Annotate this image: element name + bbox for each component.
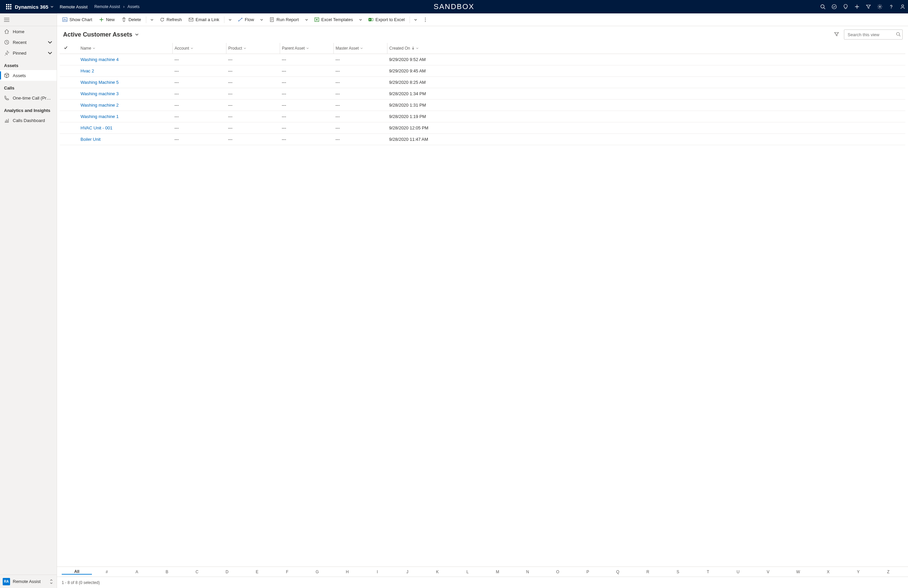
select-all-column[interactable] [60,43,72,54]
alpha-filter-h[interactable]: H [332,570,362,574]
new-button[interactable]: New [96,15,118,25]
breadcrumb-page[interactable]: Assets [127,4,140,9]
table-row[interactable]: HVAC Unit - 001------------9/28/2020 12:… [60,122,905,133]
email-dropdown[interactable] [226,15,234,25]
column-account[interactable]: Account [172,43,226,54]
show-chart-button[interactable]: Show Chart [60,15,95,25]
flow-button[interactable]: Flow [235,15,257,25]
record-link[interactable]: Washing machine 1 [80,114,119,119]
delete-button[interactable]: Delete [119,15,144,25]
person-icon[interactable] [900,4,905,10]
search-icon[interactable] [820,4,826,10]
more-commands-button[interactable] [422,15,429,25]
row-select-cell[interactable] [60,111,72,122]
alpha-filter-n[interactable]: N [512,570,543,574]
table-row[interactable]: Hvac 2------------9/29/2020 9:45 AM [60,65,905,76]
alpha-filter-m[interactable]: M [483,570,513,574]
sidebar-item-pinned[interactable]: Pinned [0,48,57,58]
record-link[interactable]: Boiler Unit [80,137,101,142]
email-link-button[interactable]: Email a Link [186,15,222,25]
sidebar-item-home[interactable]: Home [0,26,57,37]
alpha-filter-t[interactable]: T [693,570,723,574]
brand-label[interactable]: Dynamics 365 [15,4,48,10]
alpha-filter-p[interactable]: P [573,570,603,574]
excel-templates-dropdown[interactable] [357,15,364,25]
table-row[interactable]: Washing machine 4------------9/29/2020 9… [60,54,905,65]
report-dropdown[interactable] [303,15,310,25]
row-select-cell[interactable] [60,54,72,65]
alpha-filter-l[interactable]: L [452,570,483,574]
alpha-filter-q[interactable]: Q [603,570,633,574]
table-row[interactable]: Washing machine 1------------9/28/2020 1… [60,111,905,122]
table-row[interactable]: Boiler Unit------------9/28/2020 11:47 A… [60,133,905,145]
column-product[interactable]: Product [226,43,280,54]
record-link[interactable]: Washing Machine 5 [80,80,119,85]
row-select-cell[interactable] [60,88,72,99]
alpha-filter-i[interactable]: I [362,570,393,574]
export-excel-button[interactable]: Export to Excel [365,15,407,25]
gear-icon[interactable] [877,4,882,10]
row-select-cell[interactable] [60,133,72,145]
chevron-down-icon[interactable] [50,5,54,8]
sidebar-item-one-time-call[interactable]: One-time Call (Previ... [0,93,57,103]
sidebar-item-recent[interactable]: Recent [0,37,57,48]
alpha-filter-k[interactable]: K [422,570,452,574]
record-link[interactable]: Washing machine 4 [80,57,119,62]
flow-dropdown[interactable] [258,15,265,25]
record-link[interactable]: HVAC Unit - 001 [80,125,113,130]
view-selector[interactable]: Active Customer Assets [63,31,139,38]
hamburger-button[interactable] [0,13,57,26]
alpha-filter-w[interactable]: W [783,570,813,574]
help-icon[interactable] [889,4,894,10]
alpha-filter-s[interactable]: S [663,570,693,574]
alpha-filter-all[interactable]: All [62,569,92,575]
sidebar-item-assets[interactable]: Assets [0,70,57,81]
row-select-cell[interactable] [60,99,72,111]
alpha-filter-j[interactable]: J [393,570,423,574]
area-switcher[interactable]: RA Remote Assist [0,575,57,588]
column-name[interactable]: Name [79,43,172,54]
alpha-filter-v[interactable]: V [753,570,783,574]
alpha-filter-d[interactable]: D [212,570,242,574]
alpha-filter-x[interactable]: X [813,570,843,574]
breadcrumb-area[interactable]: Remote Assist [94,4,120,9]
alpha-filter-u[interactable]: U [723,570,753,574]
delete-dropdown[interactable] [148,15,156,25]
alpha-filter-g[interactable]: G [302,570,332,574]
alpha-filter-b[interactable]: B [152,570,182,574]
row-select-cell[interactable] [60,65,72,76]
table-row[interactable]: Washing Machine 5------------9/29/2020 8… [60,76,905,88]
alpha-filter-a[interactable]: A [122,570,152,574]
plus-icon[interactable] [854,4,860,10]
alpha-filter-c[interactable]: C [182,570,212,574]
column-parent-asset[interactable]: Parent Asset [280,43,333,54]
refresh-button[interactable]: Refresh [157,15,185,25]
alpha-filter-f[interactable]: F [272,570,302,574]
lightbulb-icon[interactable] [843,4,848,10]
alpha-filter-o[interactable]: O [543,570,573,574]
column-master-asset[interactable]: Master Asset [333,43,387,54]
table-row[interactable]: Washing machine 2------------9/28/2020 1… [60,99,905,111]
alpha-filter-#[interactable]: # [92,570,122,574]
filter-button[interactable] [832,30,840,39]
filter-icon[interactable] [866,4,871,10]
record-link[interactable]: Washing machine 3 [80,91,119,96]
column-created-on[interactable]: Created On [387,43,905,54]
alpha-filter-r[interactable]: R [633,570,663,574]
alpha-filter-e[interactable]: E [242,570,272,574]
run-report-button[interactable]: Run Report [267,15,301,25]
sidebar-item-calls-dashboard[interactable]: Calls Dashboard [0,115,57,126]
alpha-filter-z[interactable]: Z [873,570,903,574]
app-launcher-icon[interactable] [5,3,12,10]
record-link[interactable]: Hvac 2 [80,68,94,74]
record-link[interactable]: Washing machine 2 [80,103,119,108]
row-select-cell[interactable] [60,76,72,88]
alpha-filter-y[interactable]: Y [843,570,873,574]
export-dropdown[interactable] [412,15,419,25]
search-icon[interactable] [896,32,901,37]
excel-templates-button[interactable]: Excel Templates [312,15,356,25]
task-icon[interactable] [832,4,837,10]
app-name-label[interactable]: Remote Assist [60,4,87,10]
table-row[interactable]: Washing machine 3------------9/28/2020 1… [60,88,905,99]
search-input[interactable] [844,29,903,40]
